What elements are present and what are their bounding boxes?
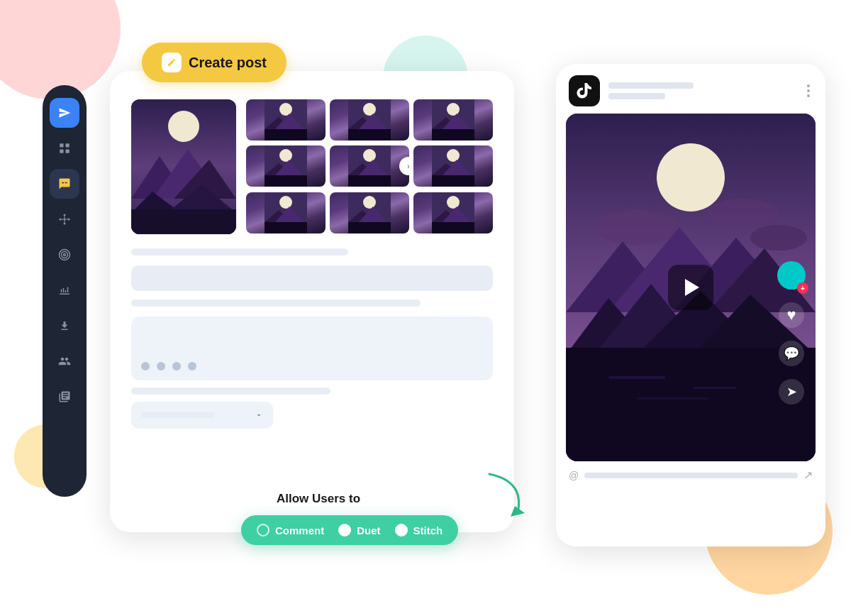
svg-point-56 [279, 196, 292, 209]
dot-3 [172, 362, 181, 370]
header-line-2 [608, 93, 665, 99]
share-icon[interactable]: ↗ [803, 468, 813, 482]
thumb-8[interactable] [330, 192, 409, 233]
svg-point-7 [64, 214, 66, 216]
dot-4 [188, 362, 196, 370]
field-line-3 [131, 299, 421, 307]
svg-rect-54 [432, 175, 474, 187]
svg-rect-39 [432, 129, 474, 141]
thumb-3[interactable] [413, 99, 493, 141]
svg-point-75 [750, 225, 807, 251]
svg-rect-24 [131, 209, 236, 234]
phone-preview: ♥ 💬 ➤ @ ↗ [556, 64, 825, 546]
text-area-mock[interactable] [131, 317, 493, 380]
like-button[interactable]: ♥ [779, 302, 804, 328]
pencil-icon [162, 53, 182, 72]
sidebar-icon-grid[interactable] [50, 133, 79, 163]
thumb-6[interactable] [413, 145, 493, 187]
svg-point-36 [447, 103, 460, 116]
comment-option[interactable]: Comment [257, 524, 324, 537]
svg-rect-64 [348, 222, 391, 233]
dot-menu-3 [807, 94, 810, 97]
phone-bottom-bar: @ ↗ [556, 461, 825, 489]
play-triangle-icon [685, 279, 699, 296]
dropdown-mock[interactable] [131, 402, 273, 429]
profile-action-button[interactable] [777, 261, 806, 290]
svg-point-51 [447, 149, 460, 162]
sidebar [43, 85, 87, 497]
sidebar-icon-chat[interactable] [50, 169, 79, 199]
thumb-1[interactable] [246, 99, 326, 141]
sidebar-icon-chart[interactable] [50, 275, 79, 305]
sidebar-icon-target[interactable] [50, 240, 79, 270]
side-actions: ♥ 💬 ➤ [777, 261, 806, 405]
header-lines [608, 82, 796, 99]
svg-point-14 [62, 252, 68, 258]
svg-rect-87 [637, 397, 708, 400]
svg-point-46 [363, 149, 376, 162]
svg-point-31 [363, 103, 376, 116]
bottom-input-bar[interactable] [584, 473, 798, 478]
svg-point-4 [64, 219, 66, 221]
svg-point-74 [708, 199, 779, 227]
thumb-9[interactable] [413, 192, 493, 233]
dot-2 [157, 362, 165, 370]
form-section [131, 248, 493, 429]
svg-point-61 [363, 196, 376, 209]
image-grid-container: › [131, 99, 493, 234]
svg-point-17 [168, 111, 199, 142]
comment-label: Comment [275, 524, 324, 537]
svg-point-66 [447, 196, 460, 209]
svg-point-15 [64, 254, 66, 256]
duet-circle [338, 524, 351, 537]
svg-rect-3 [66, 150, 69, 153]
svg-point-72 [657, 143, 725, 211]
svg-point-5 [60, 219, 62, 221]
chevron-down-icon [255, 411, 263, 419]
duet-option[interactable]: Duet [338, 524, 380, 537]
svg-rect-44 [265, 175, 307, 187]
phone-header [556, 64, 825, 114]
svg-rect-0 [60, 143, 63, 147]
svg-rect-2 [60, 150, 63, 153]
field-line-1 [131, 248, 348, 255]
svg-point-8 [64, 223, 66, 225]
svg-point-6 [68, 219, 70, 221]
svg-point-73 [594, 209, 679, 245]
thumb-7[interactable] [246, 192, 326, 233]
video-area: ♥ 💬 ➤ [566, 114, 816, 461]
duet-label: Duet [357, 524, 380, 537]
comment-button[interactable]: 💬 [779, 341, 804, 366]
svg-rect-49 [348, 175, 391, 187]
create-post-button[interactable]: Create post [142, 43, 286, 82]
allow-users-toggle-bar: Comment Duet Stitch [241, 515, 458, 545]
comment-circle [257, 524, 269, 537]
dot-1 [141, 362, 150, 370]
svg-rect-59 [265, 222, 307, 233]
svg-rect-1 [66, 143, 69, 147]
field-line-2 [131, 265, 493, 291]
sidebar-icon-send[interactable] [50, 98, 79, 128]
thumb-2[interactable] [330, 99, 409, 141]
svg-rect-86 [694, 387, 736, 389]
sidebar-icon-team[interactable] [50, 346, 79, 376]
stitch-label: Stitch [413, 524, 443, 537]
sidebar-icon-network[interactable] [50, 204, 79, 234]
svg-rect-69 [432, 222, 474, 233]
thumb-5[interactable]: › [330, 145, 409, 187]
dots-menu[interactable] [804, 82, 813, 100]
bg-circle-pink [0, 0, 121, 99]
play-button[interactable] [668, 265, 713, 310]
dropdown-bar [141, 412, 214, 418]
svg-point-26 [279, 103, 292, 116]
sidebar-icon-download[interactable] [50, 311, 79, 341]
stitch-option[interactable]: Stitch [395, 524, 443, 537]
create-post-label: Create post [189, 55, 267, 71]
sidebar-icon-library[interactable] [50, 382, 79, 412]
share-button[interactable]: ➤ [779, 379, 804, 405]
thumb-4[interactable] [246, 145, 326, 187]
arrow-svg [468, 467, 539, 524]
header-line-1 [608, 82, 694, 89]
svg-rect-85 [608, 376, 665, 379]
dot-menu-2 [807, 89, 810, 92]
